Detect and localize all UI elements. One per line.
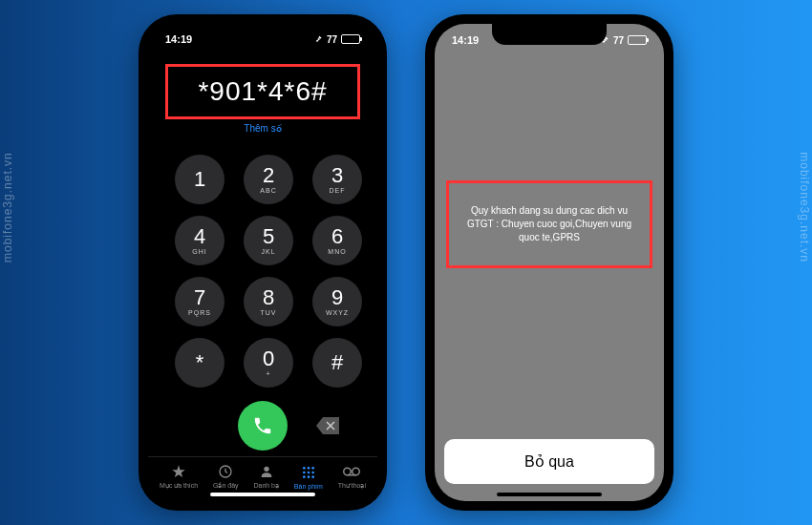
add-number-link[interactable]: Thêm số (148, 123, 377, 134)
highlight-ussd-message: Quy khach dang su dung cac dich vu GTGT … (446, 180, 652, 268)
voicemail-icon (342, 463, 361, 480)
svg-point-4 (311, 467, 314, 470)
key-6[interactable]: 6MNO (312, 216, 362, 265)
tab-keypad[interactable]: Bàn phím (294, 464, 323, 490)
backspace-icon (316, 417, 339, 434)
key-5[interactable]: 5JKL (244, 216, 293, 265)
dismiss-button[interactable]: Bỏ qua (444, 439, 654, 484)
tab-recents[interactable]: Gần đây (213, 463, 239, 490)
key-1[interactable]: 1 (175, 155, 224, 204)
status-time: 14:19 (452, 34, 479, 46)
svg-point-8 (303, 475, 306, 478)
call-button[interactable] (238, 401, 288, 451)
svg-point-12 (353, 468, 360, 475)
tab-voicemail[interactable]: Thư thoại (338, 463, 366, 490)
phone-ussd: 14:19 77 Quy khach dang su dung cac dich… (425, 14, 673, 511)
phone-icon (252, 415, 273, 436)
svg-point-11 (344, 468, 352, 475)
key-8[interactable]: 8TUV (244, 277, 293, 326)
highlight-dialed: *901*4*6# (165, 64, 360, 119)
battery-icon (341, 34, 360, 44)
ussd-message: Quy khach dang su dung cac dich vu GTGT … (457, 204, 642, 244)
svg-point-5 (303, 471, 306, 473)
person-icon (257, 463, 276, 480)
screen-ussd: 14:19 77 Quy khach dang su dung cac dich… (435, 24, 664, 501)
dialed-number-area: *901*4*6# Thêm số (148, 54, 377, 139)
key-hash[interactable]: # (312, 338, 362, 388)
svg-point-2 (303, 467, 306, 470)
svg-point-10 (311, 475, 314, 478)
svg-point-1 (264, 467, 268, 472)
star-icon (169, 463, 188, 480)
battery-percent: 77 (327, 34, 337, 45)
home-indicator[interactable] (497, 493, 602, 496)
svg-point-3 (307, 467, 310, 470)
dialed-number: *901*4*6# (172, 76, 353, 107)
key-9[interactable]: 9WXYZ (312, 277, 362, 326)
ussd-body: Quy khach dang su dung cac dich vu GTGT … (435, 56, 664, 501)
key-3[interactable]: 3DEF (312, 155, 362, 204)
key-star[interactable]: * (175, 338, 224, 388)
tab-contacts[interactable]: Danh bạ (253, 463, 279, 490)
keypad: 1 2ABC 3DEF 4GHI 5JKL 6MNO 7PQRS 8TUV 9W… (148, 139, 377, 395)
screen-dialer: 14:19 77 *901*4*6# Thêm số 1 2ABC 3DEF 4… (148, 24, 377, 501)
svg-point-7 (311, 471, 314, 473)
watermark-right: mobifone3g.net.vn (798, 152, 811, 262)
phone-dialer: 14:19 77 *901*4*6# Thêm số 1 2ABC 3DEF 4… (139, 14, 387, 511)
svg-point-9 (307, 475, 310, 478)
home-indicator[interactable] (210, 493, 315, 496)
svg-point-6 (307, 471, 310, 473)
key-2[interactable]: 2ABC (244, 155, 293, 204)
battery-icon (628, 35, 647, 45)
backspace-button[interactable] (316, 417, 339, 434)
status-time: 14:19 (165, 33, 192, 45)
keypad-icon (299, 464, 318, 481)
watermark-left: mobifone3g.net.vn (1, 152, 14, 262)
battery-percent: 77 (613, 35, 624, 46)
dial-action-row (148, 395, 377, 456)
clock-icon (216, 463, 235, 480)
key-7[interactable]: 7PQRS (175, 277, 224, 326)
key-4[interactable]: 4GHI (175, 216, 224, 265)
notch (205, 24, 320, 45)
notch (492, 24, 607, 45)
tab-favorites[interactable]: Mục ưa thích (160, 463, 198, 490)
key-0[interactable]: 0+ (244, 338, 293, 388)
